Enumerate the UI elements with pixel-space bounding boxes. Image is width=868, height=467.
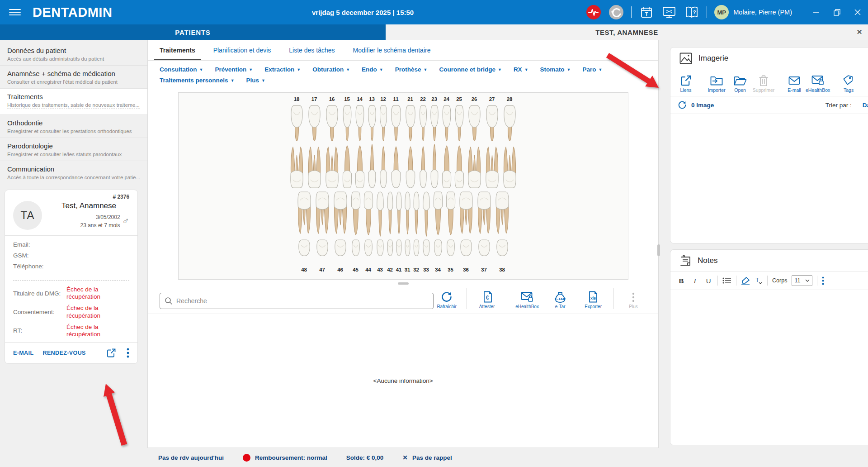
attest-button[interactable]: € Attester (474, 291, 500, 309)
tooth-11[interactable] (389, 143, 403, 189)
highlighter-button[interactable] (741, 276, 750, 285)
tab-patients[interactable]: PATIENTS (0, 24, 386, 40)
tooth-16[interactable] (324, 143, 340, 189)
tooth-17[interactable] (306, 143, 323, 189)
links-button[interactable]: Liens (676, 75, 696, 93)
tooth-24[interactable] (441, 103, 453, 142)
tooth-38[interactable] (494, 191, 511, 237)
underline-button[interactable]: U (704, 277, 713, 285)
tooth-11[interactable] (389, 103, 403, 142)
sidebar-item-donnees-du-patient[interactable]: Données du patient Accès aux détails adm… (0, 43, 147, 66)
text-color-button[interactable]: T (755, 276, 763, 285)
tooth-47[interactable] (314, 238, 331, 266)
tooth-36[interactable] (458, 238, 475, 266)
tooth-37[interactable] (476, 191, 493, 237)
sidebar-item-parodontologie[interactable]: Parodontologie Enregistrer et consulter … (0, 138, 147, 161)
tab-liste-des-taches[interactable]: Liste des tâches (283, 40, 340, 60)
tooth-45[interactable] (350, 191, 362, 237)
tooth-42[interactable] (386, 191, 394, 237)
delete-button[interactable]: Supprimer (754, 75, 774, 93)
tooth-22[interactable] (418, 143, 428, 189)
tooth-27[interactable] (484, 103, 500, 142)
tooth-13[interactable] (367, 143, 377, 189)
tooth-28[interactable] (501, 103, 518, 142)
tooth-37[interactable] (476, 238, 493, 266)
tooth-46[interactable] (332, 238, 349, 266)
tooth-44[interactable] (363, 191, 374, 237)
horizontal-splitter-handle[interactable] (398, 282, 409, 285)
tooth-48[interactable] (296, 191, 313, 237)
tooth-28[interactable] (501, 143, 518, 189)
tooth-16[interactable] (324, 103, 340, 142)
tooth-35[interactable] (445, 191, 457, 237)
terminal-icon[interactable]: >< (661, 5, 677, 20)
tooth-17[interactable] (306, 103, 323, 142)
tags-button[interactable]: Tags (839, 75, 859, 93)
help-manual-icon[interactable]: ? (684, 5, 699, 20)
category-obturation[interactable]: Obturation▼ (312, 66, 350, 73)
tooth-36[interactable] (458, 191, 475, 237)
health-monitor-icon[interactable] (586, 5, 601, 20)
sidebar-item-orthodontie[interactable]: Orthodontie Enregistrer et consulter les… (0, 115, 147, 138)
tooth-25[interactable] (453, 143, 465, 189)
tab-close-icon[interactable]: ✕ (857, 24, 863, 40)
tooth-15[interactable] (341, 103, 353, 142)
tooth-44[interactable] (363, 238, 374, 266)
category-endo[interactable]: Endo▼ (362, 66, 383, 73)
category-rx[interactable]: RX▼ (514, 66, 528, 73)
export-button[interactable]: xls Exporter (580, 291, 606, 309)
tooth-18[interactable] (288, 143, 305, 189)
rendezvous-button[interactable]: RENDEZ-VOUS (42, 350, 85, 356)
tooth-38[interactable] (494, 238, 511, 266)
search-input[interactable] (176, 297, 429, 305)
notes-edit-area[interactable] (670, 290, 868, 445)
tooth-25[interactable] (453, 103, 465, 142)
ehealth-icon[interactable] (609, 5, 624, 20)
tooth-14[interactable] (354, 103, 366, 142)
category-stomato[interactable]: Stomato▼ (540, 66, 571, 73)
tooth-21[interactable] (404, 103, 417, 142)
sort-by-date[interactable]: Date (863, 102, 868, 109)
category-plus[interactable]: Plus▼ (246, 77, 265, 84)
calendar-icon[interactable]: T (639, 5, 654, 20)
category-prevention[interactable]: Prévention▼ (215, 66, 253, 73)
tooth-27[interactable] (484, 143, 500, 189)
tooth-41[interactable] (395, 191, 403, 237)
tooth-32[interactable] (412, 191, 420, 237)
tooth-24[interactable] (441, 143, 453, 189)
sidebar-item-communication[interactable]: Communication Accès à toute la correspon… (0, 161, 147, 184)
category-prothese[interactable]: Prothèse▼ (395, 66, 428, 73)
category-traitements-personnels[interactable]: Traitements personnels▼ (160, 77, 234, 84)
bullet-list-button[interactable] (722, 277, 731, 284)
category-paro[interactable]: Paro▼ (582, 66, 602, 73)
tooth-43[interactable] (375, 238, 385, 266)
tooth-21[interactable] (404, 143, 417, 189)
tooth-31[interactable] (404, 238, 411, 266)
tooth-22[interactable] (418, 103, 428, 142)
tooth-14[interactable] (354, 143, 366, 189)
tooth-15[interactable] (341, 143, 353, 189)
close-button[interactable] (847, 0, 868, 24)
tooth-18[interactable] (288, 103, 305, 142)
tooth-32[interactable] (412, 238, 420, 266)
user-menu[interactable]: MP Molaire, Pierre (PM) (714, 5, 792, 19)
refresh-button[interactable]: Rafraîchir (434, 291, 460, 309)
sidebar-item-traitements[interactable]: Traitements Historique des traitements, … (0, 89, 147, 115)
minimize-button[interactable] (806, 0, 826, 24)
external-link-icon[interactable] (107, 348, 116, 357)
tooth-13[interactable] (367, 103, 377, 142)
ehealthbox-button[interactable]: eHealthBox (514, 291, 540, 309)
more-options-icon[interactable] (822, 276, 824, 285)
refresh-icon[interactable] (678, 100, 687, 110)
import-button[interactable]: Importer (707, 75, 726, 93)
tooth-42[interactable] (386, 238, 394, 266)
tooth-26[interactable] (466, 103, 483, 142)
ehealthbox-button[interactable]: eHealthBox (808, 75, 828, 93)
tooth-33[interactable] (421, 238, 431, 266)
category-extraction[interactable]: Extraction▼ (264, 66, 301, 73)
category-consultation[interactable]: Consultation▼ (160, 66, 203, 73)
tooth-23[interactable] (429, 143, 440, 189)
tooth-12[interactable] (378, 143, 388, 189)
tab-planification-et-devis[interactable]: Planification et devis (208, 40, 277, 60)
email-button[interactable]: E-mail (784, 75, 804, 93)
